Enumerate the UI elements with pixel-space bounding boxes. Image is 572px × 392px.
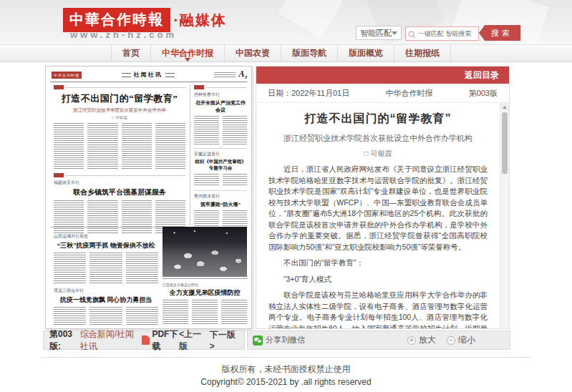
plus-circle-icon: + (407, 336, 416, 345)
greeked-text-column (54, 253, 86, 284)
share-to-wechat-button[interactable]: 分享到微信 (266, 335, 305, 346)
section-link[interactable]: 综合新闻/社闻社讯 (80, 328, 136, 353)
article-body-columns (54, 307, 158, 325)
article-body-columns (194, 174, 247, 187)
article-kicker: 贵州惠水县社 (194, 193, 247, 200)
scrollbar[interactable] (500, 103, 509, 328)
greeked-text-column (54, 123, 84, 169)
article-kicker: 黑龙江绥化市社 (54, 288, 158, 294)
article-body-columns (54, 253, 158, 284)
column-divider (190, 85, 190, 225)
greeked-text-column (54, 200, 84, 233)
article-kicker: 吉林长春市社 (194, 92, 247, 98)
scrollbar-thumb[interactable] (502, 112, 508, 174)
lead-subtitle: 浙江经贸职业技术学院首次获批中外合作办学 (54, 107, 185, 114)
zoom-in-button[interactable]: + 放大 (407, 334, 436, 346)
tag-rule-line (66, 175, 185, 176)
article-headline: 组织《中国共产党章程》专题学习会 (194, 159, 247, 172)
paper-name: 中华合作时报 (385, 88, 432, 99)
article-headline: 联合乡镇筑平台强基层谋服务 (54, 187, 185, 197)
share-toolbar: 分享到微信 + 放大 − 缩小 (247, 330, 510, 350)
reader-meta-row: 日期：2022年11月01日 中华合作时报 第003版 (256, 84, 509, 103)
nav-item-label: 首页 (122, 47, 140, 59)
scrollbar-up-button[interactable] (500, 103, 509, 111)
article-title: 打造不出国门的“留学教育” (268, 112, 488, 127)
greeked-text-column (223, 116, 248, 144)
next-page-button[interactable]: 下一版 > (210, 329, 236, 351)
article-paragraph: 近日，浙江省人民政府网站发布《关于同意设立浙江经贸职业技术学院哈格哈里亚数字技术… (268, 164, 488, 253)
newspaper-photo-article: 江苏南京市雨花台区社 全力支援兄弟区疫情防控 (163, 227, 247, 324)
zoom-out-label: 缩小 (458, 334, 475, 346)
greeked-text-column (122, 123, 152, 169)
search-button[interactable]: 搜索 (479, 25, 520, 41)
nav-item-zhongguo-nongzi[interactable]: 中国农资 (224, 45, 281, 62)
article-kicker: 福建南安市社 (54, 180, 185, 186)
site-logo[interactable]: 中華合作時報 ·融媒体 (63, 8, 227, 32)
article-kicker: 山西运城市社系统 (54, 233, 158, 240)
section-tag-rule (54, 85, 185, 89)
search-field-wrap (405, 26, 479, 41)
red-tag-icon (194, 85, 204, 89)
article-subtitle: 浙江经贸职业技术学院首次获批设立中外合作办学机构 (268, 133, 488, 144)
background-pattern (278, 0, 344, 38)
section-tag-rule (194, 85, 247, 89)
nav-item-label: 版面导航 (292, 47, 326, 59)
nav-item-label: 版面概览 (349, 47, 383, 59)
previous-page-button[interactable]: <上一版 (179, 328, 203, 353)
nav-item-home[interactable]: 首页 (111, 45, 150, 62)
nav-item-past-issues[interactable]: 往期报纸 (394, 45, 451, 62)
greeked-text-column (87, 123, 117, 169)
masthead-decoration (165, 73, 175, 77)
site-url: www.zh-hz.com (70, 29, 177, 40)
wechat-icon[interactable] (253, 335, 263, 346)
minus-circle-icon: − (447, 336, 455, 345)
tag-rule-line (206, 87, 247, 88)
article-headline: 抗疫一线党旗飘 同心协力勇担当 (54, 295, 158, 305)
greeked-text-column (221, 300, 247, 324)
back-to-contents-button[interactable]: 返回目录 (256, 67, 509, 84)
nav-items: 首页 中华合作时报 中国农资 版面导航 版面概览 往期报纸 (111, 45, 572, 62)
nav-item-zhonghua-hezuo-shibao[interactable]: 中华合作时报 (150, 45, 224, 62)
newspaper-lead-article: 打造不出国门的“留学教育” 浙江经贸职业技术学院首次获批中外合作办学 □ 司银霞… (54, 85, 185, 233)
photo-caption (163, 278, 247, 280)
nav-item-page-navigation[interactable]: 版面导航 (281, 45, 337, 62)
masthead-rule (50, 82, 247, 82)
greeked-text-column (194, 174, 219, 187)
search-input[interactable] (405, 26, 479, 41)
main-nav: 首页 中华合作时报 中国农资 版面导航 版面概览 往期报纸 (0, 44, 572, 62)
pdf-download-button[interactable]: PDF下载 (152, 328, 179, 353)
greeked-text-column (87, 200, 117, 233)
greeked-text-column (194, 116, 219, 144)
greeked-text-column (89, 253, 122, 284)
zoom-out-button[interactable]: − 缩小 (447, 334, 475, 346)
newspaper-section-title-wrap: 社闻社讯 (122, 71, 175, 79)
newspaper-section-title: 社闻社讯 (134, 71, 163, 79)
greeked-text-column (126, 253, 158, 284)
newspaper-masthead-info: A3 (214, 69, 247, 80)
greeked-text-column (89, 307, 122, 325)
footer-copyright-cn: 版权所有，未经书面授权禁止使用 (0, 363, 572, 376)
greeked-text-column (126, 307, 158, 325)
page-toolbar: 第003版: 综合新闻/社闻社讯 PDF下载 <上一版 下一版 > (43, 330, 245, 350)
tag-rule-line (66, 87, 185, 88)
page-label: 第003版 (469, 88, 498, 99)
article-headline: 全力支援兄弟区疫情防控 (163, 288, 247, 298)
red-tag-icon (54, 173, 64, 177)
newspaper-right-column: 吉林长春市社 召开全面从严治党工作会议 安徽定远县社 组织《中国共产党章程》专题… (194, 85, 247, 240)
newspaper-page-preview[interactable]: 中华合作时报 社闻社讯 A3 打造不出国门的“留学教育” 浙江经贸职业技术学院首… (45, 66, 252, 329)
greeked-text-column (155, 123, 185, 169)
chevron-down-icon (392, 31, 397, 35)
article-headline: 召开全面从严治党工作会议 (194, 99, 247, 114)
page: 中華合作時報 ·融媒体 www.zh-hz.com 智能匹配 搜索 首页 中华合… (0, 0, 572, 392)
article-kicker: 江苏南京市雨花台区社 (163, 283, 247, 287)
newspaper-page-marker: A3 (238, 69, 247, 80)
greeked-text-column (223, 174, 248, 187)
lead-byline: □ 司银霞 (54, 115, 185, 120)
logo-brand-text: 中華合作時報 (63, 8, 170, 32)
search-mode-select[interactable]: 智能匹配 (356, 26, 402, 40)
nav-item-page-overview[interactable]: 版面概览 (337, 45, 394, 62)
footer-divider (42, 357, 530, 358)
search-button-label: 搜索 (491, 28, 513, 39)
issue-date: 日期：2022年11月01日 (268, 88, 349, 99)
toolbar-page-label: 第003版: (49, 328, 77, 353)
